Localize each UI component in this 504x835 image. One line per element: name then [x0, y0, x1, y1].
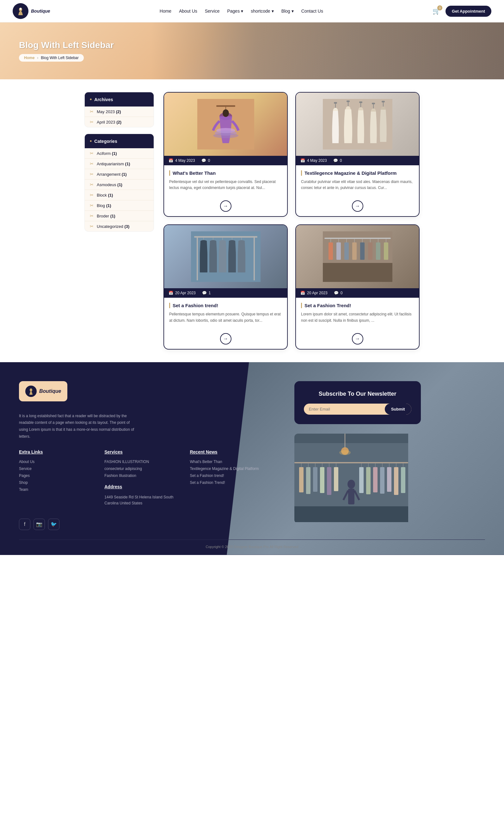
breadcrumb-separator: ›	[37, 56, 38, 60]
footer-service-1[interactable]: FASHION ILLUSTRATION	[104, 460, 177, 464]
calendar-icon-2: 📅	[300, 158, 305, 163]
post-3-more: →	[164, 333, 287, 349]
nav-about[interactable]: About Us	[179, 8, 197, 14]
svg-rect-92	[401, 467, 405, 493]
svg-rect-17	[359, 101, 362, 103]
main-content: Archives ✂ May 2023 (2) ✂ April 2023 (2)…	[78, 79, 426, 362]
recent-news-title: Recent News	[190, 449, 262, 454]
footer-news-2[interactable]: Textilegence Magazine & Digital Platform	[190, 467, 262, 471]
social-links: f 📷 🐦	[19, 518, 263, 530]
post-2-read-more[interactable]: →	[352, 200, 363, 212]
extra-links-col: Extra Links About Us Service Pages Shop …	[19, 449, 92, 509]
svg-rect-42	[324, 238, 391, 239]
cat-blog[interactable]: ✂ Blog (1)	[85, 200, 154, 211]
facebook-button[interactable]: f	[19, 518, 31, 530]
post-2-excerpt: Curabitur pulvinar vitae elit vitae sod …	[301, 179, 414, 191]
appointment-button[interactable]: Get Appointment	[445, 6, 491, 17]
post-4-comments: 💬 0	[334, 291, 343, 295]
post-2-title: Textilegence Magazine & Digital Platform	[301, 170, 414, 176]
cat-antiquarianism[interactable]: ✂ Antiquarianism (1)	[85, 159, 154, 169]
post-1-read-more[interactable]: →	[220, 200, 231, 212]
footer-link-shop[interactable]: Shop	[19, 481, 92, 485]
footer-link-about[interactable]: About Us	[19, 460, 92, 464]
nav-shortcode[interactable]: shortcode ▾	[251, 8, 274, 14]
post-3-excerpt: Pellentesque tempus elementum posuere. Q…	[169, 311, 282, 323]
svg-point-9	[213, 133, 238, 138]
post-3-read-more[interactable]: →	[220, 333, 231, 345]
chevron-down-icon: ▾	[241, 8, 243, 14]
logo[interactable]: Boutique	[13, 3, 50, 19]
cat-icon-3: ✂	[90, 171, 94, 177]
cat-icon-5: ✂	[90, 192, 94, 198]
nav-blog[interactable]: Blog ▾	[281, 8, 294, 14]
svg-rect-94	[348, 489, 355, 504]
post-1-excerpt: Pellentesque vel dui vel ex pellentesque…	[169, 179, 282, 191]
newsletter-submit-button[interactable]: Submit	[385, 404, 411, 415]
archive-may-label: May 2023 (2)	[97, 109, 121, 114]
post-3-title: Set a Fashion trend!	[169, 303, 282, 308]
cat-icon-4: ✂	[90, 182, 94, 187]
post-2-date: 📅 4 May 2023	[300, 158, 327, 163]
svg-rect-80	[359, 467, 364, 493]
cat-block[interactable]: ✂ Block (1)	[85, 190, 154, 200]
cat-arrangement[interactable]: ✂ Arrangement (1)	[85, 169, 154, 180]
nav-home[interactable]: Home	[160, 8, 172, 14]
footer-service-3[interactable]: Fashion Illustration	[104, 473, 177, 478]
post-4-image	[296, 225, 419, 288]
footer-news-4[interactable]: Set a Fashion Trend!	[190, 481, 262, 485]
footer-logo: Boutique	[19, 381, 67, 401]
footer-link-pages[interactable]: Pages	[19, 473, 92, 478]
instagram-button[interactable]: 📷	[34, 518, 45, 530]
nav-contact[interactable]: Contact Us	[301, 8, 323, 14]
newsletter-area: Subscribe To Our Newsletter Submit	[276, 381, 485, 530]
footer-news-1[interactable]: What's Better Than	[190, 460, 262, 464]
footer-link-service[interactable]: Service	[19, 467, 92, 471]
newsletter-title: Subscribe To Our Newsletter	[304, 391, 411, 397]
breadcrumb-home[interactable]: Home	[24, 56, 35, 60]
nav-pages[interactable]: Pages ▾	[227, 8, 243, 14]
footer-link-team[interactable]: Team	[19, 487, 92, 492]
archive-april-2023[interactable]: ✂ April 2023 (2)	[85, 117, 154, 127]
cat-asmodeus[interactable]: ✂ Asmodeus (1)	[85, 180, 154, 190]
post-4-date: 📅 20 Apr 2023	[300, 291, 327, 295]
post-3-comments: 💬 1	[202, 291, 211, 295]
svg-rect-78	[334, 467, 338, 491]
nav-service[interactable]: Service	[205, 8, 220, 14]
svg-rect-65	[295, 506, 408, 522]
post-2-comments: 💬 0	[333, 158, 342, 163]
svg-rect-84	[373, 467, 378, 492]
cat-broder[interactable]: ✂ Broder (1)	[85, 211, 154, 221]
archives-section: Archives ✂ May 2023 (2) ✂ April 2023 (2)	[84, 92, 154, 127]
chevron-down-icon: ▾	[271, 8, 274, 14]
svg-rect-50	[352, 242, 357, 260]
newsletter-email-input[interactable]	[304, 404, 385, 415]
svg-rect-23	[382, 101, 385, 102]
twitter-button[interactable]: 🐦	[48, 518, 59, 530]
archive-may-2023[interactable]: ✂ May 2023 (2)	[85, 106, 154, 117]
newsletter-form: Submit	[304, 404, 411, 415]
breadcrumb: Home › Blog With Left Sidebar	[19, 54, 84, 62]
footer-service-2[interactable]: consectetur adipiscing	[104, 467, 177, 471]
footer-brand: Boutique It is a long established fact t…	[19, 381, 263, 440]
post-4-read-more[interactable]: →	[352, 333, 363, 345]
post-1-body: What's Better Than Pellentesque vel dui …	[164, 165, 287, 200]
logo-icon	[13, 3, 28, 19]
svg-rect-35	[219, 253, 226, 272]
copyright-text: Copyright © 2023 Designer Boutique Pro A…	[205, 545, 298, 549]
categories-heading: Categories	[85, 134, 154, 148]
svg-rect-37	[228, 253, 236, 272]
svg-rect-86	[380, 467, 384, 494]
footer-desc: It is a long established fact that a rea…	[19, 413, 139, 440]
cat-icon-6: ✂	[90, 203, 94, 208]
cart-button[interactable]: 🛒 0	[432, 7, 440, 15]
scissor-icon-2: ✂	[90, 120, 94, 124]
svg-rect-90	[394, 467, 398, 495]
svg-rect-66	[295, 462, 408, 463]
footer-news-3[interactable]: Set a Fashion trend!	[190, 473, 262, 478]
svg-rect-48	[344, 242, 349, 260]
svg-rect-76	[327, 467, 331, 495]
cat-aciform[interactable]: ✂ Aciform (1)	[85, 148, 154, 159]
cat-icon-8: ✂	[90, 224, 94, 229]
cat-uncategorized[interactable]: ✂ Uncategorized (3)	[85, 221, 154, 231]
cat-icon-1: ✂	[90, 151, 94, 156]
